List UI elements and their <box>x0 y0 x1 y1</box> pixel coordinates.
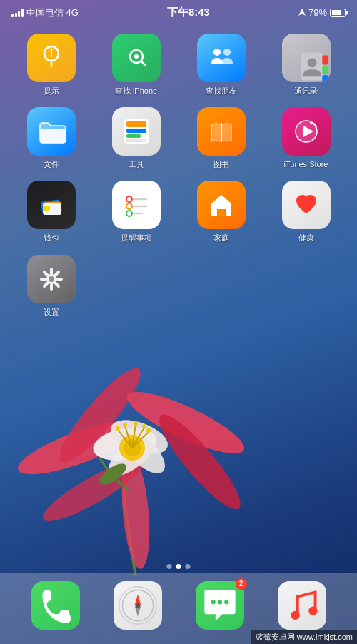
svg-point-74 <box>308 606 317 615</box>
carrier-label: 中国电信 <box>26 6 64 19</box>
reminders-svg <box>121 189 152 221</box>
app-find-friends-icon <box>197 34 246 82</box>
health-svg <box>291 189 322 221</box>
network-label: 4G <box>66 7 79 18</box>
svg-line-64 <box>44 283 48 286</box>
svg-rect-54 <box>218 209 224 216</box>
app-home-label: 家庭 <box>213 233 229 243</box>
svg-line-29 <box>141 61 145 65</box>
app-health-label: 健康 <box>298 233 314 243</box>
signal-bar-1 <box>11 14 14 17</box>
app-reminders-icon <box>112 181 161 229</box>
svg-point-30 <box>213 49 221 56</box>
app-contacts-icon <box>282 34 331 82</box>
status-left: 中国电信 4G <box>11 6 79 19</box>
app-find-friends-label: 查找朋友 <box>206 86 237 96</box>
app-itunes-icon <box>282 107 331 156</box>
battery-shell <box>330 9 346 17</box>
dock-safari[interactable] <box>114 581 162 630</box>
settings-svg <box>36 263 67 295</box>
watermark-url: www.lmkjst.com <box>297 633 353 641</box>
app-find-iphone[interactable]: 查找 iPhone <box>96 34 176 96</box>
location-icon <box>298 9 306 17</box>
books-svg <box>206 116 237 147</box>
status-time: 下午8:43 <box>167 6 210 19</box>
svg-rect-39 <box>126 129 146 133</box>
app-find-iphone-label: 查找 iPhone <box>115 86 157 96</box>
page-dots <box>167 564 191 569</box>
app-find-friends[interactable]: 查找朋友 <box>181 34 261 96</box>
app-tips-label: 提示 <box>44 86 59 96</box>
signal-bar-4 <box>21 9 24 17</box>
files-svg <box>36 116 67 147</box>
dock-messages[interactable]: 2 <box>196 581 244 630</box>
music-svg <box>278 581 326 630</box>
svg-rect-35 <box>322 66 328 74</box>
app-reminders-label: 提醒事项 <box>121 233 152 243</box>
app-wallet-icon <box>27 181 76 229</box>
svg-point-26 <box>50 49 52 51</box>
contacts-inner <box>282 34 331 82</box>
signal-bars <box>11 9 24 17</box>
svg-point-31 <box>223 49 231 56</box>
messages-badge: 2 <box>236 578 247 590</box>
safari-svg <box>114 581 162 630</box>
home-svg <box>206 189 237 221</box>
app-wallet-label: 钱包 <box>44 233 59 243</box>
wallet-svg <box>36 189 67 221</box>
app-wallet[interactable]: 钱包 <box>11 181 91 243</box>
svg-rect-38 <box>126 121 146 127</box>
find-iphone-svg <box>121 42 152 74</box>
app-tools-icon <box>112 107 161 156</box>
app-tools[interactable]: 工具 <box>96 107 176 169</box>
page-dot-2[interactable] <box>176 564 181 569</box>
app-itunes[interactable]: iTunes Store <box>266 107 346 169</box>
svg-point-70 <box>211 600 215 604</box>
dock-music[interactable] <box>278 581 326 630</box>
svg-rect-40 <box>126 134 141 138</box>
app-files[interactable]: 文件 <box>11 107 91 169</box>
app-health[interactable]: 健康 <box>266 181 346 243</box>
app-books[interactable]: 图书 <box>181 107 261 169</box>
battery-indicator <box>330 9 346 17</box>
app-contacts[interactable]: 通讯录 <box>266 34 346 96</box>
app-files-icon <box>27 107 76 156</box>
svg-point-71 <box>217 600 221 604</box>
app-books-label: 图书 <box>213 160 229 169</box>
app-find-iphone-icon <box>112 34 161 82</box>
app-reminders[interactable]: 提醒事项 <box>96 181 176 243</box>
app-tips-icon <box>27 34 76 82</box>
app-tips[interactable]: 提示 <box>11 34 91 96</box>
svg-rect-47 <box>43 206 50 211</box>
dock-safari-icon <box>114 581 162 630</box>
svg-point-72 <box>224 600 228 604</box>
svg-rect-36 <box>322 75 328 81</box>
app-itunes-label: iTunes Store <box>284 160 328 169</box>
svg-point-52 <box>126 211 132 216</box>
svg-rect-34 <box>322 55 328 64</box>
signal-bar-3 <box>18 11 20 17</box>
svg-point-33 <box>307 58 316 67</box>
page-dot-1[interactable] <box>167 564 172 569</box>
svg-point-69 <box>135 603 139 607</box>
app-settings-label: 设置 <box>44 308 59 317</box>
status-bar: 中国电信 4G 下午8:43 79% <box>0 0 357 22</box>
svg-rect-41 <box>126 139 146 142</box>
battery-fill <box>332 10 341 15</box>
app-home[interactable]: 家庭 <box>181 181 261 243</box>
svg-point-73 <box>291 610 299 619</box>
app-contacts-label: 通讯录 <box>294 86 318 96</box>
app-files-label: 文件 <box>44 160 59 169</box>
signal-bar-2 <box>15 13 17 17</box>
dock-phone-icon <box>31 581 80 630</box>
svg-point-56 <box>49 276 54 282</box>
app-settings[interactable]: 设置 <box>11 255 91 317</box>
app-home-icon <box>197 181 246 229</box>
watermark-site: 蓝莓安卓网 <box>256 633 295 641</box>
svg-line-61 <box>44 272 48 276</box>
svg-point-28 <box>134 54 139 59</box>
page-dot-3[interactable] <box>186 564 191 569</box>
phone-svg <box>31 581 80 630</box>
dock-phone[interactable] <box>31 581 80 630</box>
svg-point-50 <box>126 203 132 209</box>
